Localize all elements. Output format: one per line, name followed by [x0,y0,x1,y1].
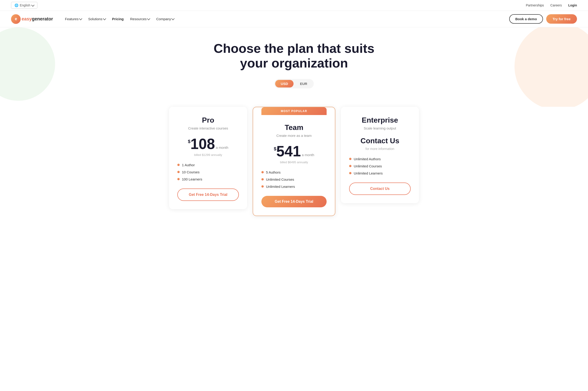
team-number: 541 [276,144,301,159]
pro-price-main: $ 108 a month [188,137,228,151]
logo-icon: e [11,14,21,24]
navbar: e easygenerator Features Solutions Prici… [0,11,588,27]
dot-icon [261,171,264,173]
dot-icon [177,171,180,173]
nav-features[interactable]: Features [65,17,82,21]
chevron-resources-icon [147,17,150,20]
nav-right: Book a demo Try for free [509,14,577,24]
team-feature-1: 5 Authors [261,170,327,174]
pro-feature-1: 1 Author [177,163,239,167]
dot-icon [177,164,180,166]
bg-blob-right [514,27,588,107]
language-selector[interactable]: 🌐 English [11,2,37,9]
chevron-down-icon [31,3,34,6]
pro-card: Pro Create interactive courses $ 108 a m… [169,107,247,209]
nav-links: Features Solutions Pricing Resources Com… [65,17,501,21]
eur-button[interactable]: EUR [294,80,313,88]
try-free-button[interactable]: Try for free [546,14,577,24]
team-billed: billed $6495 annually [261,161,327,164]
team-price-block: $ 541 a month [261,144,327,159]
enterprise-contact-info: for more information [349,147,411,151]
hero-heading: Choose the plan that suits your organiza… [202,41,386,71]
enterprise-contact-label: Contact Us [349,137,411,145]
login-link[interactable]: Login [568,3,577,7]
pro-feature-3: 100 Learners [177,177,239,181]
logo-text: easygenerator [22,16,53,22]
language-label: English [20,3,30,7]
chevron-solutions-icon [103,17,106,20]
enterprise-title: Enterprise [349,116,411,124]
careers-link[interactable]: Careers [550,3,562,7]
team-title: Team [261,123,327,132]
dot-icon [349,158,352,160]
dot-icon [349,165,352,167]
top-right-links: Partnerships Careers Login [526,3,577,7]
team-dollar: $ [274,146,276,152]
pro-price-block: $ 108 a month [177,137,239,151]
pro-cta-button[interactable]: Get Free 14-Days Trial [177,189,239,201]
bg-blob-left [0,27,55,101]
team-subtitle: Create more as a team [261,134,327,138]
team-feature-3: Unlimited Learners [261,185,327,189]
team-features: 5 Authors Unlimited Courses Unlimited Le… [261,170,327,189]
nav-resources[interactable]: Resources [130,17,150,21]
dot-icon [177,178,180,180]
enterprise-feature-2: Unlimited Courses [349,164,411,168]
nav-company[interactable]: Company [156,17,174,21]
hero-section: Choose the plan that suits your organiza… [0,27,588,107]
logo[interactable]: e easygenerator [11,14,53,24]
top-bar: 🌐 English Partnerships Careers Login [0,0,588,11]
team-feature-2: Unlimited Courses [261,178,327,181]
enterprise-subtitle: Scale learning output [349,126,411,130]
pro-billed: billed $1299 annually [177,153,239,157]
enterprise-feature-3: Unlimited Learners [349,171,411,175]
team-price-main: $ 541 a month [274,144,314,159]
usd-button[interactable]: USD [275,80,294,88]
partnerships-link[interactable]: Partnerships [526,3,544,7]
enterprise-features: Unlimited Authors Unlimited Courses Unli… [349,157,411,175]
most-popular-badge: MOST POPULAR [261,107,327,115]
dot-icon [261,178,264,181]
chevron-features-icon [79,17,82,20]
enterprise-card: Enterprise Scale learning output Contact… [341,107,419,203]
globe-icon: 🌐 [14,3,18,7]
pro-number: 108 [190,137,215,151]
nav-pricing[interactable]: Pricing [112,17,124,21]
enterprise-feature-1: Unlimited Authors [349,157,411,161]
team-card: MOST POPULAR Team Create more as a team … [253,107,335,216]
currency-toggle: USD EUR [274,79,314,88]
nav-solutions[interactable]: Solutions [88,17,106,21]
chevron-company-icon [171,17,175,20]
pro-dollar: $ [188,139,190,144]
pro-title: Pro [177,116,239,124]
pro-feature-2: 10 Courses [177,170,239,174]
dot-icon [261,185,264,188]
pricing-section: Pro Create interactive courses $ 108 a m… [0,107,588,230]
pro-features: 1 Author 10 Courses 100 Learners [177,163,239,181]
team-period: a month [302,153,314,157]
team-cta-button[interactable]: Get Free 14-Days Trial [261,196,327,207]
enterprise-cta-button[interactable]: Contact Us [349,183,411,195]
pro-period: a month [216,146,228,149]
book-demo-button[interactable]: Book a demo [509,14,543,24]
dot-icon [349,172,352,174]
pro-subtitle: Create interactive courses [177,126,239,130]
enterprise-contact-price: Contact Us [349,137,411,145]
